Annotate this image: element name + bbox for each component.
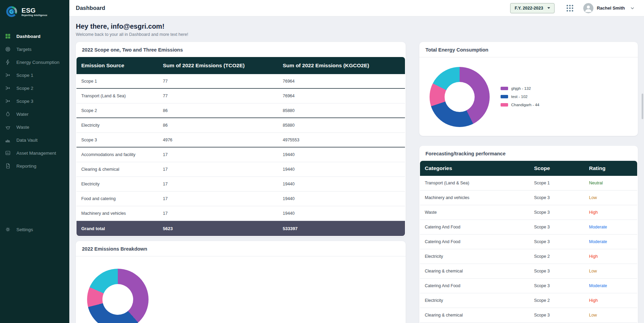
sidebar-item-scope-2[interactable]: Scope 2 bbox=[0, 83, 69, 94]
greeting-subtitle: Welcome back to your all in Dashboard an… bbox=[76, 32, 638, 37]
scope-cell: Scope 3 bbox=[534, 313, 589, 318]
scope-cell: Scope 2 bbox=[534, 298, 589, 303]
page-title: Dashboard bbox=[76, 5, 105, 11]
column-header: Scope bbox=[534, 165, 589, 171]
table-row: Accommodations and facility1719440 bbox=[76, 148, 405, 162]
forecast-table: Categories Scope Rating Transport (Land … bbox=[419, 161, 638, 323]
user-menu-chevron-down-icon[interactable] bbox=[630, 5, 635, 11]
table-row: Clearing & chemicalScope 3Low bbox=[420, 308, 637, 323]
scope-cell: Scope 3 bbox=[534, 269, 589, 273]
emission-source-cell: Machinery and vehicles bbox=[81, 211, 163, 216]
category-cell: Electricity bbox=[425, 254, 534, 259]
apps-grid-icon[interactable] bbox=[565, 4, 574, 13]
user-name[interactable]: Rachel Smith bbox=[597, 5, 625, 11]
category-cell: Waste bbox=[425, 210, 534, 215]
table-row: Machinery and vehiclesScope 3Low bbox=[420, 191, 637, 205]
rating-badge: Low bbox=[589, 313, 632, 318]
sidebar-settings-wrap: Settings bbox=[0, 224, 69, 237]
rating-badge: Moderate bbox=[589, 283, 632, 288]
emission-source-cell: Accommodations and facility bbox=[81, 152, 163, 157]
scope-cell: Scope 3 bbox=[534, 283, 589, 288]
sidebar-item-energy-consumption[interactable]: Energy Consumption bbox=[0, 57, 69, 68]
target-icon bbox=[5, 46, 11, 52]
sidebar-item-asset-management[interactable]: Asset Management bbox=[0, 148, 69, 158]
sidebar-item-waste[interactable]: Waste bbox=[0, 122, 69, 132]
column-header: Sum of 2022 Emissions (KGCO2E) bbox=[283, 62, 400, 69]
grand-total-kgco2e: 533397 bbox=[283, 226, 400, 231]
sidebar-item-dashboard[interactable]: Dashboard bbox=[0, 31, 69, 42]
emission-value-cell: 85880 bbox=[283, 123, 400, 128]
greeting-title: Hey there, info@esgri.com! bbox=[76, 23, 638, 30]
emission-value-cell: 17 bbox=[163, 167, 283, 172]
brand-subtitle: Reporting Intelligence bbox=[22, 14, 47, 16]
sidebar-item-settings[interactable]: Settings bbox=[0, 224, 69, 235]
emission-source-cell: Transport (Land & Sea) bbox=[81, 94, 163, 98]
table-row: Catering And FoodScope 3Moderate bbox=[420, 279, 637, 293]
rating-badge: Neutral bbox=[589, 181, 632, 185]
scrollbar-thumb[interactable] bbox=[642, 94, 643, 119]
emissions-card-title: 2022 Scope one, Two and Three Emissions bbox=[76, 42, 406, 57]
emission-source-cell: Electricity bbox=[81, 123, 163, 128]
sidebar-item-targets[interactable]: Targets bbox=[0, 44, 69, 55]
fiscal-year-label: F.Y. 2022-2023 bbox=[515, 6, 543, 11]
sidebar-item-scope-3[interactable]: Scope 3 bbox=[0, 96, 69, 107]
sidebar-item-label: Dashboard bbox=[16, 34, 41, 39]
sidebar-item-data-vault[interactable]: Data Vault bbox=[0, 135, 69, 145]
energy-card-title: Total Energy Consumption bbox=[419, 42, 638, 57]
emission-value-cell: 19440 bbox=[283, 167, 400, 172]
column-header: Categories bbox=[425, 165, 534, 171]
scope-cell: Scope 3 bbox=[534, 195, 589, 200]
sidebar-item-label: Asset Management bbox=[16, 151, 56, 156]
legend-item: test - 102 bbox=[501, 95, 539, 99]
energy-consumption-card: Total Energy Consumption ghjgh - 132test… bbox=[419, 42, 638, 136]
scope-cell: Scope 3 bbox=[534, 239, 589, 244]
table-row: Electricity1719440 bbox=[76, 177, 405, 192]
column-header: Sum of 2022 Emissions (TCO2E) bbox=[163, 62, 283, 69]
emission-source-cell: Food and catering bbox=[81, 196, 163, 201]
grand-total-row: Grand total 5623 533397 bbox=[76, 221, 405, 236]
fiscal-year-dropdown[interactable]: F.Y. 2022-2023 bbox=[510, 3, 554, 13]
emission-value-cell: 17 bbox=[163, 211, 283, 216]
forecasting-card: Forecasting/tracking performance Categor… bbox=[419, 146, 638, 323]
gear-icon bbox=[5, 226, 11, 233]
brand-logo-icon bbox=[5, 5, 18, 18]
rating-badge: Moderate bbox=[589, 239, 632, 244]
emission-value-cell: 19440 bbox=[283, 211, 400, 216]
table-row: Scope 28685880 bbox=[76, 103, 405, 118]
legend-item: Chandigarh - 44 bbox=[501, 103, 539, 107]
scope-cell: Scope 2 bbox=[534, 254, 589, 259]
emissions-breakdown-donut-chart bbox=[87, 269, 149, 323]
category-cell: Machinery and vehicles bbox=[425, 195, 534, 200]
document-icon bbox=[5, 163, 11, 169]
asset-box-icon bbox=[5, 150, 11, 156]
dashboard-grid-icon bbox=[5, 33, 11, 39]
branch-icon bbox=[5, 72, 11, 78]
table-row: Clearing & chemicalScope 3Low bbox=[420, 264, 637, 279]
sidebar-item-water[interactable]: Water bbox=[0, 109, 69, 120]
emission-value-cell: 85880 bbox=[283, 108, 400, 113]
column-header: Emission Source bbox=[81, 62, 163, 69]
sidebar-item-label: Waste bbox=[16, 125, 29, 130]
emission-value-cell: 19440 bbox=[283, 152, 400, 157]
emission-value-cell: 77 bbox=[163, 79, 283, 84]
table-row: Food and catering1719440 bbox=[76, 192, 405, 206]
table-row: ElectricityScope 2High bbox=[420, 293, 637, 308]
table-row: Transport (Land & Sea)7776964 bbox=[76, 89, 405, 103]
rating-badge: High bbox=[589, 254, 632, 259]
content: Hey there, info@esgri.com! Welcome back … bbox=[69, 16, 644, 323]
category-cell: Catering And Food bbox=[425, 225, 534, 229]
emission-value-cell: 4976 bbox=[163, 138, 283, 142]
sidebar-item-label: Scope 2 bbox=[16, 86, 33, 91]
water-drop-icon bbox=[5, 111, 11, 117]
category-cell: Catering And Food bbox=[425, 283, 534, 288]
bolt-icon bbox=[5, 59, 11, 65]
dropdown-caret-icon bbox=[547, 7, 550, 9]
table-row: Catering And FoodScope 3Moderate bbox=[420, 220, 637, 235]
sidebar-item-reporting[interactable]: Reporting bbox=[0, 160, 69, 171]
brand-name: ESG bbox=[22, 7, 47, 14]
emissions-breakdown-card: 2022 Emissions Breakdown bbox=[76, 241, 406, 323]
emission-value-cell: 17 bbox=[163, 152, 283, 157]
chart-legend: ghjgh - 132test - 102Chandigarh - 44 bbox=[501, 86, 539, 107]
avatar[interactable] bbox=[583, 3, 593, 13]
sidebar-item-scope-1[interactable]: Scope 1 bbox=[0, 70, 69, 81]
